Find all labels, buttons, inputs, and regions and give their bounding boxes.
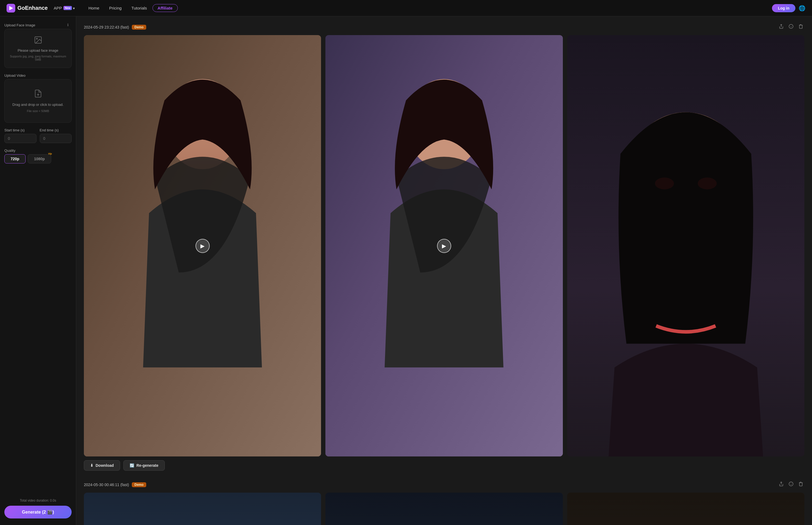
result-1-card-3[interactable] — [567, 35, 804, 456]
result-1-timestamp: 2024-05-29 23:22:43 (fast) — [84, 25, 129, 29]
upload-face-area[interactable]: Please upload face image Supports jpg, p… — [4, 29, 72, 68]
result-1-card-1-play[interactable]: ▶ — [195, 239, 210, 253]
svg-rect-22 — [84, 493, 321, 525]
result-1-card-1[interactable]: ▶ — [84, 35, 321, 456]
quality-section: Quality 720p 1080p Vip — [4, 149, 72, 164]
result-2-actions — [778, 480, 804, 489]
result-1-images: ▶ — [84, 35, 804, 456]
app-label: APP — [54, 6, 62, 10]
result-2-card-2[interactable]: ▶ — [325, 493, 563, 525]
end-time-label: End time (s) — [40, 128, 72, 132]
upload-video-icon — [34, 89, 43, 100]
result-2-header: 2024-05-30 00:46:11 (fast) Demo — [84, 480, 804, 489]
result-1-actions — [778, 23, 804, 31]
result-1-delete-button[interactable] — [797, 23, 804, 31]
upload-face-icon — [34, 36, 43, 46]
start-time-label: Start time (s) — [4, 128, 37, 132]
total-duration-text: Total video duration: 0.0s — [4, 499, 72, 502]
result-1-meta: 2024-05-29 23:22:43 (fast) Demo — [84, 25, 146, 30]
svg-point-3 — [36, 38, 37, 39]
result-1-buttons: ⬇ Download 🔄 Re-generate — [84, 460, 804, 470]
upload-face-label: Upload Face Image ℹ — [4, 23, 72, 27]
sidebar: Upload Face Image ℹ Please upload face i… — [0, 16, 76, 525]
nav-affiliate[interactable]: Affiliate — [153, 4, 178, 12]
upload-face-sub-text: Supports jpg, png, jpeg formats, maximum… — [8, 55, 68, 61]
login-button[interactable]: Log in — [772, 4, 795, 12]
result-1-header: 2024-05-29 23:22:43 (fast) Demo — [84, 23, 804, 31]
nav-home[interactable]: Home — [84, 4, 104, 12]
info-icon[interactable]: ℹ — [67, 23, 72, 27]
nav-tutorials[interactable]: Tutorials — [127, 4, 151, 12]
upload-video-section: Upload Video Drag and drop or click to u… — [4, 73, 72, 123]
result-1-share-button[interactable] — [778, 23, 785, 31]
svg-rect-29 — [325, 493, 563, 525]
regen-icon: 🔄 — [130, 463, 134, 468]
upload-video-main-text: Drag and drop or click to upload. — [13, 103, 64, 107]
result-2-timestamp: 2024-05-30 00:46:11 (fast) — [84, 483, 129, 487]
quality-buttons: 720p 1080p Vip — [4, 154, 72, 164]
upload-video-sub-text: File size < 50MB — [27, 109, 49, 112]
result-2-info-button[interactable] — [787, 480, 795, 489]
upload-video-label: Upload Video — [4, 73, 72, 77]
logo-text: GoEnhance — [17, 5, 48, 11]
result-2-card-1[interactable]: ▶ — [84, 493, 321, 525]
quality-label: Quality — [4, 149, 72, 153]
app-button[interactable]: APP New — [51, 5, 77, 12]
globe-button[interactable]: 🌐 — [799, 5, 806, 12]
header-right: Log in 🌐 — [772, 4, 806, 12]
main-content: 2024-05-29 23:22:43 (fast) Demo — [76, 16, 812, 525]
main-layout: Upload Face Image ℹ Please upload face i… — [0, 16, 812, 525]
upload-face-section: Upload Face Image ℹ Please upload face i… — [4, 23, 72, 68]
result-1-card-2-play[interactable]: ▶ — [437, 239, 451, 253]
result-1-download-button[interactable]: ⬇ Download — [84, 460, 120, 470]
svg-rect-35 — [567, 493, 804, 525]
new-badge: New — [63, 6, 72, 10]
upload-video-area[interactable]: Drag and drop or click to upload. File s… — [4, 79, 72, 123]
result-2-share-button[interactable] — [778, 480, 785, 489]
result-1-card-2[interactable]: ▶ — [325, 35, 563, 456]
upload-face-main-text: Please upload face image — [18, 48, 59, 52]
svg-point-17 — [698, 178, 717, 190]
quality-1080p-button[interactable]: 1080p Vip — [28, 154, 51, 164]
start-time-input[interactable] — [4, 134, 37, 143]
result-2-card-3[interactable] — [567, 493, 804, 525]
result-1-info-button[interactable] — [787, 23, 795, 31]
end-time-field: End time (s) — [40, 128, 72, 143]
end-time-input[interactable] — [40, 134, 72, 143]
download-icon: ⬇ — [90, 463, 93, 468]
result-1-regen-button[interactable]: 🔄 Re-generate — [124, 460, 165, 470]
chevron-down-icon — [73, 6, 75, 10]
quality-720p-button[interactable]: 720p — [4, 154, 26, 164]
svg-point-16 — [655, 178, 674, 190]
logo: GoEnhance — [6, 4, 48, 13]
result-block-2: 2024-05-30 00:46:11 (fast) Demo — [84, 480, 804, 525]
start-time-field: Start time (s) — [4, 128, 37, 143]
time-row: Start time (s) End time (s) — [4, 128, 72, 143]
result-2-delete-button[interactable] — [797, 480, 804, 489]
nav-links: Home Pricing Tutorials Affiliate — [84, 4, 772, 12]
vip-badge: Vip — [48, 152, 52, 155]
sidebar-footer: Total video duration: 0.0s Generate (2 🎬… — [4, 495, 72, 519]
result-block-1: 2024-05-29 23:22:43 (fast) Demo — [84, 23, 804, 470]
main-header: GoEnhance APP New Home Pricing Tutorials… — [0, 0, 812, 16]
nav-pricing[interactable]: Pricing — [105, 4, 126, 12]
result-1-demo-badge: Demo — [132, 25, 146, 30]
result-2-meta: 2024-05-30 00:46:11 (fast) Demo — [84, 482, 146, 487]
result-2-demo-badge: Demo — [132, 482, 146, 487]
generate-button[interactable]: Generate (2 🎬) — [4, 506, 72, 519]
result-2-images: ▶ — [84, 493, 804, 525]
logo-icon — [6, 4, 15, 13]
